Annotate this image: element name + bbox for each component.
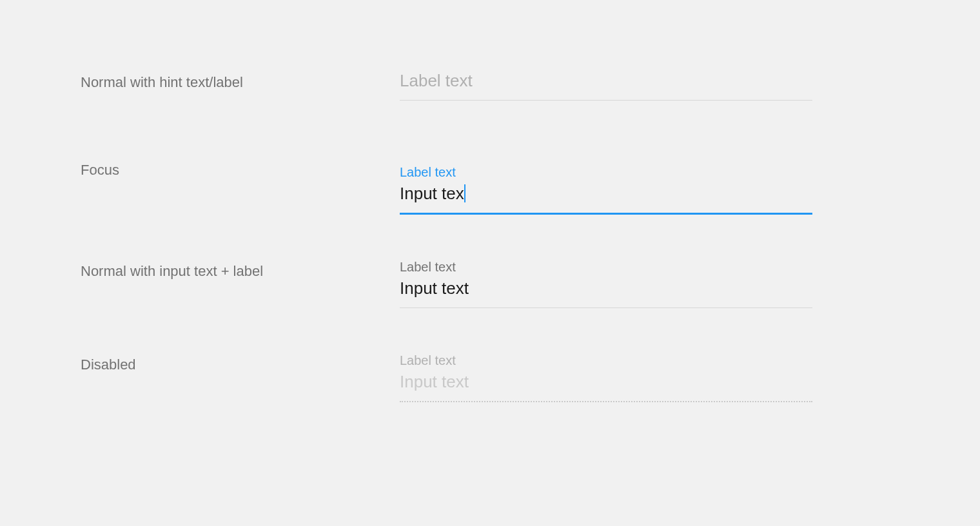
input-value: Input tex [400,184,812,204]
text-field-normal-hint[interactable]: Label text [400,71,812,101]
field-container: Label text Input tex [400,165,812,215]
text-field-disabled: Label text Input text [400,353,812,402]
input-value: Input text [400,372,812,392]
state-label: Normal with hint text/label [81,71,400,91]
hint-text: Label text [400,71,812,91]
state-label: Disabled [81,353,400,373]
state-row-normal-input: Normal with input text + label Label tex… [81,260,899,308]
input-value: Input text [400,278,812,298]
floating-label: Label text [400,353,812,368]
floating-label: Label text [400,260,812,275]
field-container: Label text Input text [400,353,812,402]
text-field-focus[interactable]: Label text Input tex [400,159,812,215]
text-field-normal-input[interactable]: Label text Input text [400,260,812,308]
state-row-disabled: Disabled Label text Input text [81,353,899,402]
state-label: Normal with input text + label [81,260,400,280]
text-cursor [464,184,466,202]
state-row-focus: Focus Label text Input tex [81,159,899,215]
floating-label: Label text [400,165,812,180]
field-container: Label text Input text [400,260,812,308]
field-container: Label text [400,71,812,101]
state-row-normal-hint: Normal with hint text/label Label text [81,71,899,101]
state-label: Focus [81,159,400,179]
